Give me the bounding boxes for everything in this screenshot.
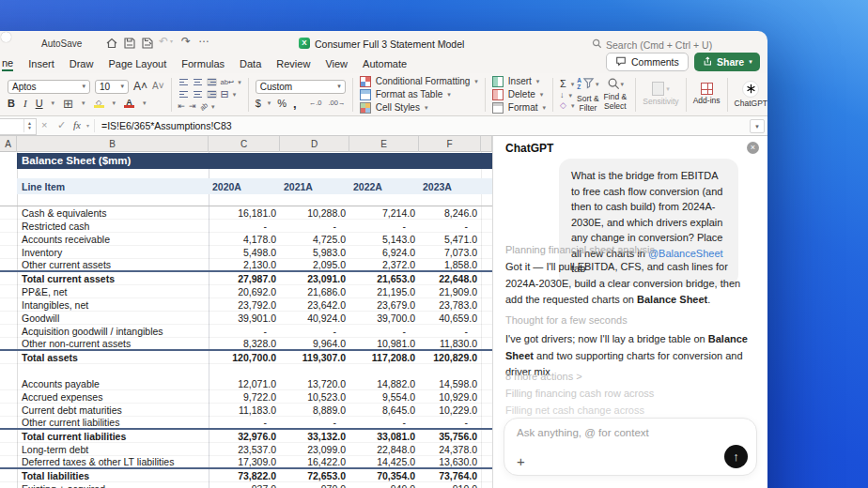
value-cell[interactable]: 40,924.0: [280, 313, 349, 324]
more-commands-icon[interactable]: …: [198, 32, 209, 45]
column-header-C[interactable]: C: [209, 136, 280, 152]
value-cell[interactable]: 5,983.0: [280, 247, 349, 258]
italic-button[interactable]: I: [23, 99, 27, 109]
decrease-decimal-icon[interactable]: .00→: [329, 99, 346, 107]
tab-draw[interactable]: Draw: [70, 58, 94, 69]
value-cell[interactable]: 8,645.0: [349, 404, 419, 416]
align-bottom-icon[interactable]: [207, 78, 217, 86]
value-cell[interactable]: 2,130.0: [209, 259, 280, 270]
row-label-cell[interactable]: Existing + acquired...: [0, 483, 209, 488]
number-format-dropdown[interactable]: Custom▾: [256, 80, 346, 94]
value-cell[interactable]: 32,976.0: [209, 431, 280, 442]
value-cell[interactable]: 8,889.0: [280, 404, 349, 416]
borders-icon[interactable]: ⊞: [63, 98, 73, 110]
undo-chevron-icon[interactable]: ▾: [170, 38, 173, 44]
value-cell[interactable]: -: [280, 221, 349, 232]
doc-title-chevron-icon[interactable]: ▾: [442, 38, 446, 47]
value-cell[interactable]: 9,964.0: [280, 338, 349, 349]
value-cell[interactable]: 970.0: [280, 483, 349, 488]
fill-color-chevron-icon[interactable]: ▾: [113, 99, 116, 107]
value-cell[interactable]: 23,792.0: [209, 299, 280, 311]
borders-chevron-icon[interactable]: ▾: [82, 99, 85, 107]
value-cell[interactable]: 23,537.0: [209, 444, 280, 455]
merge-chevron-icon[interactable]: ▾: [233, 91, 237, 99]
comma-format-icon[interactable]: ,: [293, 98, 297, 110]
value-cell[interactable]: 22,648.0: [419, 273, 481, 284]
value-cell[interactable]: 1,858.0: [419, 259, 481, 270]
value-cell[interactable]: 5,143.0: [349, 234, 419, 245]
value-cell[interactable]: 23,679.0: [349, 299, 419, 311]
value-cell[interactable]: 5,498.0: [209, 247, 280, 258]
search-box[interactable]: Search (Cmd + Ctrl + U): [592, 38, 712, 51]
addins-button[interactable]: Add-ins: [693, 83, 721, 106]
value-cell[interactable]: 119,307.0: [280, 352, 349, 363]
value-cell[interactable]: 13,720.0: [280, 378, 349, 389]
save-icon[interactable]: [123, 37, 136, 50]
value-cell[interactable]: 910.0: [419, 483, 481, 488]
row-label-cell[interactable]: Other current assets: [0, 259, 209, 270]
value-cell[interactable]: -: [349, 326, 419, 337]
font-size-dropdown[interactable]: 10▾: [95, 80, 129, 94]
row-label-cell[interactable]: Long-term debt: [0, 444, 209, 455]
increase-indent-icon[interactable]: ⇥: [189, 102, 196, 111]
value-cell[interactable]: -: [209, 326, 280, 337]
value-cell[interactable]: 14,425.0: [349, 456, 419, 467]
year-header-2023A[interactable]: 2023A: [419, 181, 481, 192]
value-cell[interactable]: 8,246.0: [419, 207, 481, 219]
tab-view[interactable]: View: [325, 58, 348, 69]
redo-icon[interactable]: ↷: [181, 35, 191, 48]
align-center-icon[interactable]: [193, 90, 203, 99]
value-cell[interactable]: 23,091.0: [280, 273, 349, 284]
value-cell[interactable]: 39,700.0: [349, 313, 419, 324]
font-color-icon[interactable]: A: [124, 99, 134, 108]
value-cell[interactable]: 9,554.0: [349, 391, 419, 403]
row-label-cell[interactable]: Total current liabilities: [0, 431, 209, 442]
line-item-label[interactable]: Line Item: [17, 181, 209, 192]
name-box[interactable]: ▲▼: [0, 118, 37, 135]
value-cell[interactable]: 13,630.0: [419, 456, 481, 467]
formula-text[interactable]: =IS!E6/365*Assumptions!C83: [101, 120, 232, 131]
cell-styles-button[interactable]: Cell Styles▾: [360, 102, 478, 114]
value-cell[interactable]: 10,523.0: [280, 391, 349, 403]
conditional-formatting-button[interactable]: Conditional Formatting▾: [360, 76, 478, 87]
wrap-text-icon[interactable]: ab↩: [221, 79, 235, 86]
year-header-2022A[interactable]: 2022A: [349, 181, 419, 192]
value-cell[interactable]: 17,309.0: [209, 456, 280, 467]
value-cell[interactable]: 10,229.0: [419, 404, 481, 416]
bold-button[interactable]: B: [8, 99, 15, 109]
row-label-cell[interactable]: Deferred taxes & other LT liabilities: [0, 456, 209, 467]
value-cell[interactable]: 949.0: [349, 483, 419, 488]
value-cell[interactable]: 21,653.0: [349, 273, 419, 284]
value-cell[interactable]: 8,328.0: [209, 338, 280, 349]
orientation-chevron-icon[interactable]: ▾: [211, 103, 215, 111]
undo-icon[interactable]: ↶: [159, 35, 168, 48]
value-cell[interactable]: 10,288.0: [280, 207, 349, 219]
value-cell[interactable]: 14,882.0: [349, 378, 419, 389]
value-cell[interactable]: 27,987.0: [209, 273, 280, 284]
orientation-icon[interactable]: ab: [198, 101, 209, 112]
value-cell[interactable]: 10,981.0: [349, 338, 419, 349]
confirm-entry-icon[interactable]: ✓: [57, 119, 66, 131]
send-button[interactable]: ↑: [724, 445, 748, 468]
tab-automate[interactable]: Automate: [363, 58, 407, 69]
row-label-cell[interactable]: Accounts receivable: [0, 234, 209, 245]
value-cell[interactable]: 21,195.0: [349, 286, 419, 297]
value-cell[interactable]: -: [419, 417, 481, 428]
font-color-chevron-icon[interactable]: ▾: [143, 99, 147, 107]
attach-plus-button[interactable]: +: [517, 454, 525, 468]
row-label-cell[interactable]: Total current assets: [0, 273, 209, 284]
value-cell[interactable]: 9,722.0: [209, 391, 280, 403]
row-label-cell[interactable]: PP&E, net: [0, 286, 209, 297]
formula-bar-expand-icon[interactable]: ▼: [750, 119, 765, 133]
value-cell[interactable]: 39,901.0: [209, 313, 280, 324]
delete-cells-button[interactable]: Delete▾: [492, 89, 546, 100]
tab-formulas[interactable]: Formulas: [181, 58, 225, 69]
value-cell[interactable]: -: [209, 221, 280, 232]
row-label-cell[interactable]: Inventory: [0, 247, 209, 258]
value-cell[interactable]: -: [419, 221, 481, 232]
value-cell[interactable]: 937.0: [209, 483, 280, 488]
value-cell[interactable]: 21,909.0: [419, 286, 481, 297]
value-cell[interactable]: 11,183.0: [209, 404, 280, 416]
year-header-2021A[interactable]: 2021A: [280, 181, 349, 192]
value-cell[interactable]: 21,686.0: [280, 286, 349, 297]
